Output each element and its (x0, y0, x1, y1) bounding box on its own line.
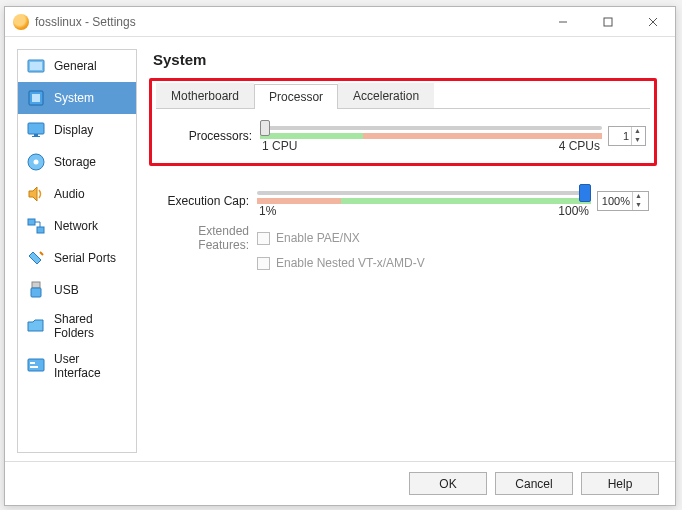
spin-up-icon[interactable]: ▲ (631, 127, 643, 136)
sidebar-item-system[interactable]: System (18, 82, 136, 114)
execution-cap-spinbox[interactable]: ▲▼ (597, 191, 649, 211)
titlebar: fosslinux - Settings (5, 7, 675, 37)
execution-cap-value[interactable] (598, 195, 632, 207)
spin-down-icon[interactable]: ▼ (631, 136, 643, 145)
below-panel: Execution Cap: 1% (149, 174, 657, 282)
sidebar-item-display[interactable]: Display (18, 114, 136, 146)
sidebar-item-general[interactable]: General (18, 50, 136, 82)
processors-handle[interactable] (260, 120, 270, 136)
checkbox-icon (257, 232, 270, 245)
usb-icon (26, 280, 46, 300)
nested-vt-checkbox: Enable Nested VT-x/AMD-V (257, 256, 425, 270)
app-icon (13, 14, 29, 30)
execution-cap-label: Execution Cap: (157, 194, 257, 208)
maximize-button[interactable] (585, 7, 630, 37)
general-icon (26, 56, 46, 76)
display-icon (26, 120, 46, 140)
cancel-button[interactable]: Cancel (495, 472, 573, 495)
svg-rect-17 (32, 282, 40, 288)
help-button[interactable]: Help (581, 472, 659, 495)
sidebar-item-audio[interactable]: Audio (18, 178, 136, 210)
svg-point-12 (34, 160, 39, 165)
main-panel: System Motherboard Processor Acceleratio… (143, 49, 663, 453)
extended-features-label: Extended Features: (157, 224, 257, 252)
nested-vt-label: Enable Nested VT-x/AMD-V (276, 256, 425, 270)
content: General System Display Storage Audio (5, 37, 675, 505)
sidebar-item-usb[interactable]: USB (18, 274, 136, 306)
window-controls (540, 7, 675, 36)
footer: OK Cancel Help (5, 461, 675, 505)
sidebar-item-serial-ports[interactable]: Serial Ports (18, 242, 136, 274)
svg-line-16 (40, 252, 43, 255)
execution-cap-min-label: 1% (259, 204, 276, 218)
processors-value[interactable] (609, 130, 631, 142)
spin-down-icon[interactable]: ▼ (632, 201, 644, 210)
svg-marker-13 (29, 187, 37, 201)
svg-rect-8 (28, 123, 44, 134)
folder-icon (26, 316, 46, 336)
pae-nx-label: Enable PAE/NX (276, 231, 360, 245)
sidebar-item-shared-folders[interactable]: Shared Folders (18, 306, 136, 346)
sidebar-item-label: General (54, 59, 97, 73)
system-icon (26, 88, 46, 108)
ok-button[interactable]: OK (409, 472, 487, 495)
storage-icon (26, 152, 46, 172)
sidebar-item-label: USB (54, 283, 79, 297)
minimize-button[interactable] (540, 7, 585, 37)
ui-icon (26, 356, 46, 376)
sidebar-item-label: Shared Folders (54, 312, 128, 340)
pae-nx-checkbox: Enable PAE/NX (257, 231, 360, 245)
svg-rect-20 (30, 362, 35, 364)
processors-max-label: 4 CPUs (559, 139, 600, 153)
svg-rect-10 (32, 136, 40, 137)
sidebar-item-label: Serial Ports (54, 251, 116, 265)
svg-rect-14 (28, 219, 35, 225)
svg-rect-1 (604, 18, 612, 26)
window-title: fosslinux - Settings (35, 15, 540, 29)
svg-rect-19 (28, 359, 44, 371)
svg-rect-15 (37, 227, 44, 233)
settings-window: fosslinux - Settings General System Disp… (4, 6, 676, 506)
sidebar-item-label: Storage (54, 155, 96, 169)
svg-rect-21 (30, 366, 38, 368)
svg-rect-5 (30, 62, 42, 70)
tab-processor[interactable]: Processor (254, 84, 338, 109)
sidebar-item-network[interactable]: Network (18, 210, 136, 242)
audio-icon (26, 184, 46, 204)
sidebar-item-label: User Interface (54, 352, 128, 380)
execution-cap-max-label: 100% (558, 204, 589, 218)
network-icon (26, 216, 46, 236)
sidebar-item-label: Network (54, 219, 98, 233)
svg-rect-9 (34, 134, 38, 136)
tab-motherboard[interactable]: Motherboard (156, 83, 254, 108)
checkbox-icon (257, 257, 270, 270)
processors-spinbox[interactable]: ▲▼ (608, 126, 646, 146)
serial-icon (26, 248, 46, 268)
sidebar-item-label: Display (54, 123, 93, 137)
body: General System Display Storage Audio (5, 37, 675, 461)
execution-cap-handle[interactable] (579, 184, 591, 202)
sidebar-item-storage[interactable]: Storage (18, 146, 136, 178)
tab-acceleration[interactable]: Acceleration (338, 83, 434, 108)
processors-label: Processors: (160, 129, 260, 143)
highlight-box: Motherboard Processor Acceleration Proce… (149, 78, 657, 166)
processors-slider[interactable] (260, 119, 602, 137)
sidebar-item-label: Audio (54, 187, 85, 201)
spin-up-icon[interactable]: ▲ (632, 192, 644, 201)
sidebar-item-user-interface[interactable]: User Interface (18, 346, 136, 386)
page-title: System (149, 49, 657, 78)
close-button[interactable] (630, 7, 675, 37)
processors-min-label: 1 CPU (262, 139, 297, 153)
svg-rect-7 (32, 94, 40, 102)
tabbar: Motherboard Processor Acceleration (156, 83, 650, 109)
sidebar: General System Display Storage Audio (17, 49, 137, 453)
processor-panel: Processors: (152, 109, 654, 163)
sidebar-item-label: System (54, 91, 94, 105)
execution-cap-slider[interactable] (257, 184, 591, 202)
svg-rect-18 (31, 288, 41, 297)
